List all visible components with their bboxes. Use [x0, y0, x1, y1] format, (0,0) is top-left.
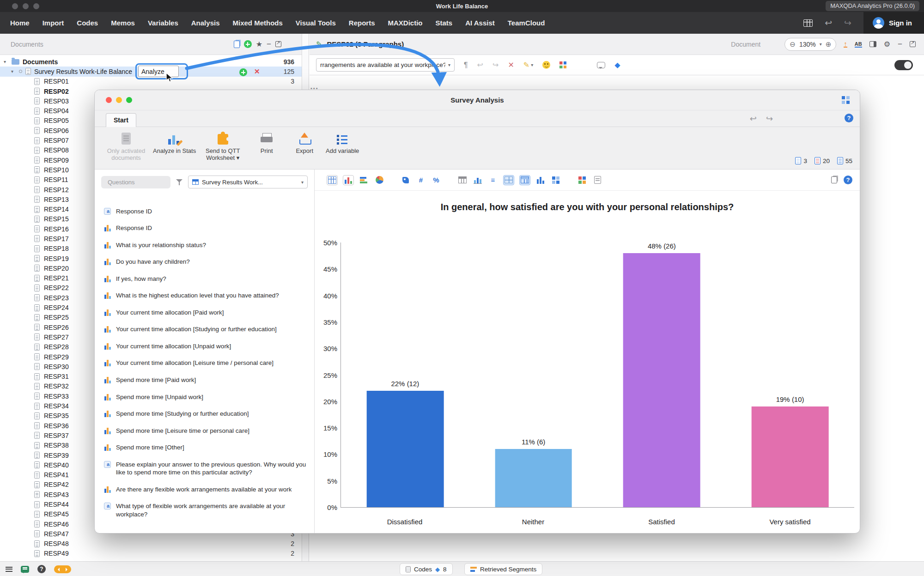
question-item[interactable]: Response ID — [102, 220, 310, 237]
menu-item-ai-assist[interactable]: AI Assist — [459, 19, 501, 27]
question-item[interactable]: Spend more time [Unpaid work] — [102, 388, 310, 406]
minimize-window-icon[interactable] — [116, 97, 122, 103]
signin-area[interactable]: Sign in — [863, 12, 924, 34]
menu-item-mixed-methods[interactable]: Mixed Methods — [226, 19, 289, 27]
question-item[interactable]: Are there any flexible work arrangements… — [102, 481, 310, 498]
export-document-icon[interactable]: ↑ — [844, 41, 847, 48]
window-layout-icon[interactable] — [842, 96, 850, 104]
column-chart-icon[interactable] — [535, 175, 546, 185]
question-item[interactable]: Spend more time [Paid work] — [102, 371, 310, 388]
print-button[interactable]: Print — [249, 132, 284, 162]
redo-edit-icon[interactable]: ↪ — [492, 61, 498, 69]
menu-item-codes[interactable]: Codes — [70, 19, 104, 27]
color-tiles-icon[interactable] — [577, 175, 587, 185]
question-item[interactable]: Your current time allocation [Studying o… — [102, 321, 310, 338]
help-icon[interactable]: ? — [844, 176, 852, 184]
filter-icon[interactable] — [176, 179, 182, 185]
document-row-resp49[interactable]: RESP492 — [0, 549, 302, 558]
menu-item-variables[interactable]: Variables — [141, 19, 185, 27]
question-item[interactable]: If yes, how many? — [102, 270, 310, 287]
tile-view-icon[interactable] — [551, 175, 561, 185]
questions-search-box[interactable] — [101, 176, 170, 188]
documents-search-input[interactable] — [11, 41, 80, 48]
analyze-in-stats-button[interactable]: Analyze in Stats — [153, 132, 196, 162]
menu-item-stats[interactable]: Stats — [429, 19, 459, 27]
zoom-window-icon[interactable] — [126, 97, 132, 103]
compact-table-icon[interactable] — [457, 175, 468, 185]
zoom-control[interactable]: ⊖ 130% ▾ ⊕ — [784, 38, 836, 51]
chart-bar[interactable] — [752, 406, 829, 507]
undo-icon[interactable]: ↩ — [825, 18, 832, 28]
question-item[interactable]: Response ID — [102, 203, 310, 220]
percent-display-icon[interactable]: % — [431, 175, 441, 185]
combo-chart-icon[interactable] — [473, 175, 483, 185]
code-diamond-icon[interactable]: ◆ — [614, 61, 620, 69]
question-item[interactable]: Spend more time [Leisure time or persona… — [102, 422, 310, 439]
chevron-down-icon[interactable]: ▾ — [11, 69, 16, 74]
question-item[interactable]: Your current time allocation [Leisure ti… — [102, 355, 310, 372]
horizontal-bar-chart-icon[interactable] — [359, 175, 369, 185]
codes-status-chip[interactable]: Codes ◆ 8 — [400, 563, 453, 575]
hamburger-menu-icon[interactable] — [6, 567, 12, 572]
menu-item-maxdictio[interactable]: MAXDictio — [381, 19, 429, 27]
question-item[interactable]: Spend more time [Other] — [102, 439, 310, 456]
question-item[interactable]: Do you have any children? — [102, 254, 310, 271]
clipboard-icon[interactable] — [592, 175, 602, 185]
feedback-chat-icon[interactable] — [21, 566, 29, 573]
menu-item-reports[interactable]: Reports — [342, 19, 382, 27]
menu-item-home[interactable]: Home — [4, 19, 36, 27]
question-item[interactable]: Spend more time [Studying or further edu… — [102, 406, 310, 423]
undock-panel-icon[interactable] — [910, 41, 916, 47]
questions-search-input[interactable] — [108, 179, 154, 186]
retrieved-segments-chip[interactable]: Retrieved Segments — [464, 563, 542, 575]
confirm-rename-icon[interactable] — [239, 68, 247, 76]
highlighter-icon[interactable]: ✎▾ — [523, 61, 533, 69]
code-tag-icon[interactable] — [401, 175, 411, 185]
sidebar-toggle-icon[interactable] — [869, 41, 876, 47]
color-coding-icon[interactable] — [559, 61, 566, 68]
chart-bar[interactable] — [367, 391, 444, 507]
favorites-star-icon[interactable]: ★ — [256, 40, 262, 49]
question-item[interactable]: What is your relationship status? — [102, 236, 310, 254]
question-item[interactable]: What is the highest education level that… — [102, 287, 310, 304]
menu-item-import[interactable]: Import — [36, 19, 71, 27]
emoticode-icon[interactable] — [542, 61, 550, 69]
table-view-icon[interactable] — [327, 175, 338, 185]
source-document-dropdown[interactable]: Survey Results Work... ▾ — [188, 176, 308, 188]
grid-layout-icon[interactable] — [503, 175, 514, 185]
chart-bar[interactable] — [495, 449, 572, 507]
grid-layout-alt-icon[interactable] — [519, 175, 530, 185]
close-window-icon[interactable] — [106, 97, 112, 103]
edit-mode-icon[interactable]: ✎ — [316, 40, 322, 49]
redo-icon[interactable]: ↪ — [766, 114, 773, 124]
question-item[interactable]: Your current time allocation [Paid work] — [102, 304, 310, 321]
zoom-out-icon[interactable]: ⊖ — [790, 40, 796, 49]
new-document-icon[interactable] — [244, 40, 252, 48]
paragraph-jump-dropdown[interactable]: rrangements are available at your workpl… — [316, 58, 455, 72]
undo-icon[interactable]: ↩ — [750, 114, 757, 124]
minimize-panel-icon[interactable]: − — [898, 40, 902, 49]
count-display-icon[interactable]: # — [416, 175, 426, 185]
tables-icon[interactable] — [803, 19, 813, 27]
spellcheck-icon[interactable]: AB — [855, 41, 862, 48]
copy-chart-icon[interactable] — [831, 176, 837, 183]
list-view-icon[interactable]: ≡ — [488, 175, 498, 185]
menu-item-visual-tools[interactable]: Visual Tools — [289, 19, 342, 27]
undo-edit-icon[interactable]: ↩ — [477, 61, 483, 69]
chevron-down-icon[interactable]: ▾ — [4, 59, 8, 64]
help-icon[interactable]: ? — [37, 565, 46, 573]
survey-window-titlebar[interactable]: Survey Analysis — [95, 90, 860, 110]
export-button[interactable]: Export — [287, 132, 322, 162]
question-item[interactable]: Your current time allocation [Unpaid wor… — [102, 338, 310, 355]
menu-item-memos[interactable]: Memos — [104, 19, 141, 27]
zoom-in-icon[interactable]: ⊕ — [826, 40, 832, 49]
comment-icon[interactable] — [597, 62, 605, 68]
menu-item-teamcloud[interactable]: TeamCloud — [501, 19, 552, 27]
chart-bar[interactable] — [623, 253, 700, 507]
send-to-qtt-worksheet-button[interactable]: Send to QTT Worksheet ▾ — [200, 132, 246, 162]
minimize-panel-icon[interactable]: − — [267, 40, 271, 49]
chevron-down-icon[interactable]: ▾ — [820, 42, 822, 47]
bar-chart-view-icon[interactable] — [343, 175, 354, 185]
document-search-input[interactable] — [731, 41, 777, 48]
question-item[interactable]: What type of flexible work arrangements … — [102, 498, 310, 523]
